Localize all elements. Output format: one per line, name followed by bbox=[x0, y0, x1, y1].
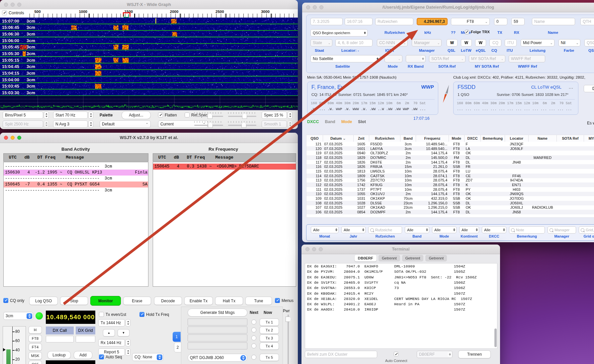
dx-call-input[interactable] bbox=[46, 336, 74, 342]
column-header-mode[interactable]: Mode bbox=[449, 135, 464, 142]
die-button[interactable]: Die bbox=[584, 85, 594, 92]
callsign-input[interactable]: Rufzeichen bbox=[375, 18, 413, 25]
stepper-icon[interactable] bbox=[126, 348, 130, 356]
state-select[interactable]: State⌄ bbox=[310, 39, 332, 46]
stepper-icon[interactable] bbox=[44, 120, 49, 128]
tx-freq-spinbox[interactable]: Tx 1444 Hz bbox=[98, 319, 125, 327]
folge-trx-checkbox[interactable]: ✓ bbox=[465, 30, 469, 34]
tx-select-radio[interactable] bbox=[251, 320, 256, 325]
log-row[interactable]: 11102.03.20251737PT7PT10m28.075,4FT8PYHI… bbox=[306, 187, 594, 192]
stop-button[interactable]: Stop bbox=[60, 297, 88, 305]
spec-spinbox[interactable]: Spec 15 % bbox=[262, 111, 287, 119]
ref-spec-checkbox[interactable] bbox=[185, 112, 190, 117]
lookup-button[interactable]: Lookup bbox=[47, 351, 71, 359]
rx-marker-icon[interactable] bbox=[124, 14, 129, 18]
pwr-slider[interactable] bbox=[288, 315, 289, 364]
filter-select-kontinent[interactable]: Alle bbox=[459, 226, 479, 233]
color-select[interactable]: Nil⌄ bbox=[558, 39, 580, 46]
rumlog-titlebar[interactable]: /Users/dj.jmb/Eigene Dateien/RumLogLog/d… bbox=[302, 3, 594, 12]
filter-select-mode[interactable]: Alle bbox=[432, 226, 457, 233]
cluster-tab-getrennt2[interactable]: Getrennt bbox=[402, 255, 424, 261]
filter-search-manager[interactable]: Manager bbox=[548, 226, 576, 234]
view-tab-dxcc[interactable]: DXCC bbox=[307, 119, 319, 124]
waterfall[interactable]: 15:07:003cm15:06:453cm15:06:303cm15:06:0… bbox=[0, 18, 298, 96]
tx-message-field[interactable] bbox=[188, 342, 247, 349]
log-row[interactable]: 12007.03.20251601LA6YIA3cm10.489.540...F… bbox=[306, 146, 594, 151]
lotw-w-button[interactable]: W bbox=[461, 39, 472, 46]
mode-button-ft4[interactable]: FT4 bbox=[29, 343, 42, 351]
cq-menu-stepper-icon[interactable] bbox=[157, 354, 162, 360]
menus-checkbox[interactable]: ✓ bbox=[275, 298, 280, 303]
erase-button[interactable]: Erase bbox=[123, 297, 151, 305]
msg-tab-2[interactable]: 2 bbox=[174, 342, 181, 352]
log-row[interactable]: 11202.03.20251742KF9UG10m28.075,4FT8KEN7… bbox=[306, 182, 594, 187]
eqsl-w-button[interactable]: W bbox=[475, 39, 486, 46]
main-titlebar[interactable]: WSJT-X v2.7.0 by K1JT et al. bbox=[0, 133, 298, 143]
log-row[interactable]: 11802.03.20251829DO7MRC2m145.500,0FMDLMA… bbox=[306, 155, 594, 160]
slider-thumb-icon[interactable] bbox=[286, 317, 291, 322]
stepper-icon[interactable] bbox=[288, 111, 293, 119]
view-tab-mode[interactable]: Mode bbox=[341, 119, 352, 124]
log-table-container[interactable]: QSODatum ⌄ZeitRufzeichenBandFrequenzMode… bbox=[306, 135, 594, 218]
time-field[interactable]: 16:07:16 bbox=[345, 18, 373, 25]
log-row[interactable]: 11907.03.20250940OL730PLZ2m144.175,4FT8O… bbox=[306, 151, 594, 155]
qso-save-select[interactable]: QSO Beginn speichern bbox=[310, 29, 368, 36]
stepper-icon[interactable] bbox=[334, 227, 338, 233]
decode-row[interactable]: 150645 -7 0.4 1355 ~ CQ PY5XT GG54SA bbox=[4, 182, 148, 187]
bright-slider[interactable] bbox=[194, 120, 223, 128]
qso-remark-input[interactable]: QSO Bemerk bbox=[584, 39, 594, 46]
stepper-icon[interactable] bbox=[425, 227, 429, 233]
stepper-icon[interactable] bbox=[288, 120, 293, 128]
filter-search-grid-oder-iot[interactable]: Grid, IOT bbox=[579, 226, 594, 234]
mode-button-h[interactable]: H bbox=[29, 326, 42, 333]
cluster-tab-getrennt3[interactable]: Getrennt bbox=[425, 255, 447, 261]
stepper-icon[interactable] bbox=[363, 30, 367, 36]
sota-ref-select[interactable]: SOTA Ref⌄ bbox=[429, 55, 466, 62]
tx-message-field[interactable] bbox=[188, 334, 247, 341]
log-row[interactable]: 11502.03.20251813LW6DLS10m28.075,4FT8LU bbox=[306, 169, 594, 174]
tx-select-radio[interactable] bbox=[251, 335, 256, 340]
sat-mode-select[interactable]: ⌄ bbox=[384, 55, 402, 62]
tx-select-radio[interactable] bbox=[251, 355, 256, 360]
msg-tab-1[interactable]: 1 bbox=[173, 332, 181, 342]
start-spinbox[interactable]: Start 70 Hz bbox=[53, 111, 88, 119]
tune-button[interactable]: Tune bbox=[245, 297, 272, 305]
enable-tx-button[interactable]: Enable Tx bbox=[184, 297, 213, 305]
band-select-stepper-icon[interactable] bbox=[27, 313, 32, 319]
mode-button-ft8[interactable]: FT8 bbox=[29, 335, 42, 342]
bins-pixel-spinbox[interactable]: Bins/Pixel 5 bbox=[3, 111, 43, 119]
qth-input[interactable]: QTH bbox=[580, 18, 594, 25]
column-header-sota-ref[interactable]: SOTA Ref bbox=[557, 135, 584, 142]
ccnn-select[interactable]: CC-NNN⌄ bbox=[377, 39, 408, 46]
stepper-icon[interactable] bbox=[502, 227, 506, 233]
tx-report-field[interactable]: 0 bbox=[494, 18, 507, 25]
tx-select-radio[interactable] bbox=[251, 328, 256, 332]
mode-select[interactable]: FT8⌄ bbox=[451, 18, 490, 25]
log-row[interactable]: 10802.03.20251028DL5SE23cm1.296.156,0SSB… bbox=[306, 201, 594, 205]
log-row[interactable]: 11702.03.20251826DK6TE2m144.175,4FT8DLJN… bbox=[306, 160, 594, 165]
tx-1-button[interactable]: Tx 1 bbox=[260, 319, 279, 326]
stepper-icon[interactable] bbox=[448, 352, 452, 357]
rx-band-select[interactable] bbox=[406, 55, 426, 62]
halt-tx-button[interactable]: Halt Tx bbox=[215, 297, 243, 305]
tx-3-button[interactable]: Tx 3 bbox=[260, 334, 279, 342]
monitor-button[interactable]: Monitor bbox=[90, 296, 121, 306]
tx-message-field[interactable] bbox=[188, 319, 247, 326]
band-separator-row[interactable]: -------------------------------------- 3… bbox=[4, 187, 148, 193]
cluster-tab-db0erf[interactable]: DB0ERF bbox=[355, 255, 377, 261]
stepper-icon[interactable] bbox=[452, 227, 456, 233]
stepper-icon[interactable] bbox=[126, 339, 130, 346]
slider-thumb-icon[interactable] bbox=[208, 113, 212, 119]
power-select[interactable]: Mid Power⌄ bbox=[521, 39, 554, 46]
view-tab-slot[interactable]: Slot bbox=[358, 119, 366, 124]
stepper-icon[interactable] bbox=[375, 56, 379, 61]
itu-zone-button[interactable]: ITU bbox=[505, 39, 517, 46]
generate-std-msgs-button[interactable]: Generate Std Msgs bbox=[188, 309, 247, 317]
cluster-command-input[interactable]: Befehl zum DX Cluster bbox=[305, 351, 377, 358]
filter-search-bemerkung[interactable]: Note bbox=[509, 226, 545, 234]
tx-select-radio[interactable] bbox=[251, 343, 256, 348]
tx-4-button[interactable]: Tx 4 bbox=[260, 342, 279, 350]
scrollbar[interactable] bbox=[494, 328, 497, 347]
log-row[interactable]: 11002.03.20251055OK1UVJ2m144.175,4FT8OKJ… bbox=[306, 192, 594, 196]
column-header-rufzeichen[interactable]: Rufzeichen bbox=[369, 135, 400, 142]
